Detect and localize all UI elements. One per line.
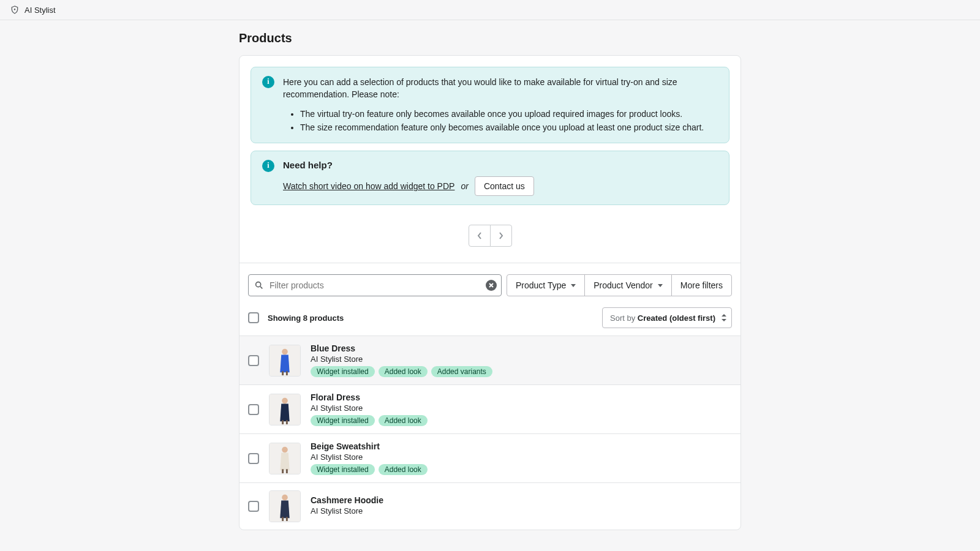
product-row[interactable]: Blue DressAI Stylist StoreWidget install… [239,335,741,384]
svg-point-12 [282,447,288,453]
product-info: Cashmere HoodieAI Stylist Store [311,495,732,518]
badge-widget: Widget installed [311,464,375,475]
product-checkbox[interactable] [248,453,259,464]
product-list: Blue DressAI Stylist StoreWidget install… [239,335,741,530]
svg-rect-5 [282,371,284,375]
product-vendor-filter[interactable]: Product Vendor [584,274,672,296]
close-icon [488,282,494,288]
product-type-filter[interactable]: Product Type [507,274,585,296]
svg-line-2 [260,287,262,288]
help-or: or [461,181,468,191]
more-filters-button[interactable]: More filters [671,274,732,296]
chevron-right-icon [498,231,504,240]
product-row[interactable]: Floral DressAI Stylist StoreWidget insta… [239,384,741,433]
info-icon [262,76,274,88]
clear-search-button[interactable] [486,280,497,291]
banner-bullet: The size recommendation feature only bec… [300,121,718,134]
banner-bullet: The virtual try-on feature only becomes … [300,107,718,121]
search-icon [254,280,264,290]
badge-variants: Added variants [431,366,492,377]
product-badges: Widget installedAdded lookAdded variants [311,366,732,377]
svg-point-1 [256,282,261,287]
info-icon [262,160,274,172]
product-badges: Widget installedAdded look [311,415,732,426]
product-checkbox[interactable] [248,404,259,415]
sort-button[interactable]: Sort by Created (oldest first) [602,307,732,328]
sort-value: Created (oldest first) [638,313,715,323]
product-row[interactable]: Cashmere HoodieAI Stylist Store [239,482,741,530]
product-title: Floral Dress [311,392,732,402]
product-vendor: AI Stylist Store [311,452,732,462]
shield-icon [10,5,20,15]
next-page-button[interactable] [490,225,512,247]
sort-prefix: Sort by [610,313,638,323]
svg-rect-6 [286,371,288,375]
contact-us-button[interactable]: Contact us [475,176,534,196]
product-vendor: AI Stylist Store [311,403,732,413]
help-video-link[interactable]: Watch short video on how add widget to P… [283,181,454,191]
svg-point-4 [282,349,288,355]
svg-rect-18 [286,517,288,522]
svg-rect-14 [286,469,288,473]
badge-look: Added look [379,366,428,377]
banner-bullets: The virtual try-on feature only becomes … [300,107,718,135]
product-title: Cashmere Hoodie [311,495,732,505]
pagination [239,212,741,263]
more-filters-label: More filters [680,280,723,290]
svg-point-16 [282,495,288,501]
svg-rect-13 [282,469,284,473]
product-title: Blue Dress [311,343,732,353]
main-card: Here you can add a selection of products… [239,55,741,530]
product-info: Blue DressAI Stylist StoreWidget install… [311,343,732,377]
product-thumbnail [269,490,301,522]
product-vendor: AI Stylist Store [311,506,732,515]
chevron-down-icon [571,284,576,287]
product-row[interactable]: Beige SweatshirtAI Stylist StoreWidget i… [239,433,741,482]
svg-point-8 [282,398,288,404]
info-banner: Here you can add a selection of products… [251,67,729,143]
product-badges: Widget installedAdded look [311,464,732,475]
help-heading: Need help? [283,160,718,170]
svg-rect-9 [282,420,284,424]
svg-rect-10 [286,420,288,424]
banner-intro: Here you can add a selection of products… [283,76,718,101]
badge-widget: Widget installed [311,415,375,426]
product-thumbnail [269,443,301,474]
app-name: AI Stylist [24,6,56,15]
status-row: Showing 8 products Sort by Created (olde… [239,307,741,335]
topbar: AI Stylist [0,0,980,20]
product-thumbnail [269,394,301,425]
badge-widget: Widget installed [311,366,375,377]
badge-look: Added look [379,415,428,426]
product-info: Beige SweatshirtAI Stylist StoreWidget i… [311,441,732,475]
help-banner: Need help? Watch short video on how add … [251,151,729,205]
badge-look: Added look [379,464,428,475]
svg-rect-17 [282,517,284,522]
product-checkbox[interactable] [248,501,259,512]
page-title: Products [239,31,741,45]
product-info: Floral DressAI Stylist StoreWidget insta… [311,392,732,426]
svg-point-0 [14,9,15,10]
select-all-checkbox[interactable] [248,312,259,323]
product-title: Beige Sweatshirt [311,441,732,451]
product-vendor: AI Stylist Store [311,354,732,364]
filter-products-input[interactable] [248,274,502,296]
chevron-left-icon [477,231,483,240]
showing-count: Showing 8 products [268,313,344,323]
chevron-down-icon [658,284,663,287]
product-type-label: Product Type [516,280,566,290]
product-thumbnail [269,345,301,377]
product-vendor-label: Product Vendor [594,280,653,290]
filters-row: Product Type Product Vendor More filters [239,263,741,307]
product-checkbox[interactable] [248,355,259,366]
prev-page-button[interactable] [469,225,491,247]
